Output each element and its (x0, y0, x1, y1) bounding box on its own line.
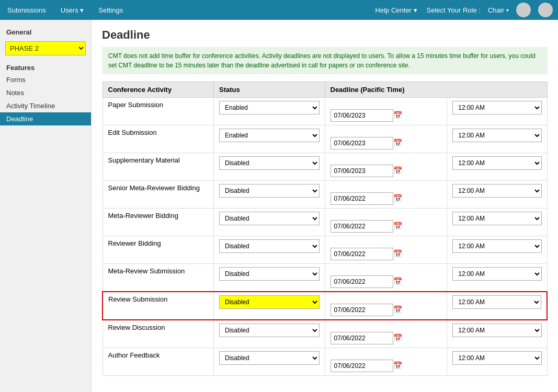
status-select[interactable]: EnabledDisabled (219, 101, 320, 114)
activity-cell: Author Feedback (103, 348, 214, 376)
calendar-icon[interactable]: 📅 (393, 269, 402, 285)
phase-selector[interactable]: PHASE 2 (5, 41, 86, 55)
date-input[interactable] (331, 360, 393, 372)
activity-name: Supplementary Material (108, 156, 180, 164)
status-cell: EnabledDisabled (214, 209, 325, 236)
calendar-icon[interactable]: 📅 (393, 186, 402, 202)
time-select[interactable]: 12:00 AM1:00 AM2:00 AM3:00 AM12:00 PM11:… (452, 351, 541, 365)
date-input[interactable] (331, 275, 393, 288)
status-cell: EnabledDisabled (214, 181, 325, 209)
sidebar-item-forms[interactable]: Forms (0, 73, 91, 86)
date-input[interactable] (331, 109, 393, 122)
time-select[interactable]: 12:00 AM1:00 AM2:00 AM3:00 AM12:00 PM11:… (452, 324, 541, 337)
calendar-icon[interactable]: 📅 (393, 241, 402, 258)
status-select[interactable]: EnabledDisabled (219, 184, 320, 198)
activity-cell: Meta-Reviewer Bidding (103, 209, 214, 236)
time-cell: 12:00 AM1:00 AM2:00 AM3:00 AM12:00 PM11:… (447, 209, 547, 236)
role-selector-button[interactable]: Chair ▾ (488, 6, 509, 14)
nav-help-center[interactable]: Help Center ▾ (373, 6, 419, 14)
date-cell: 📅 (325, 236, 447, 264)
status-select[interactable]: EnabledDisabled (219, 239, 320, 253)
chevron-down-icon: ▾ (506, 7, 509, 13)
status-select[interactable]: EnabledDisabled (219, 129, 320, 142)
nav-submissions[interactable]: Submissions (5, 6, 48, 14)
calendar-icon[interactable]: 📅 (393, 353, 402, 370)
status-cell: EnabledDisabled (214, 264, 325, 292)
calendar-icon[interactable]: 📅 (393, 102, 402, 119)
sidebar: General PHASE 2 Features Forms Notes Act… (0, 20, 92, 392)
calendar-icon[interactable]: 📅 (393, 213, 402, 230)
date-cell: 📅 (325, 98, 447, 125)
time-select[interactable]: 12:00 AM1:00 AM2:00 AM3:00 AM12:00 PM11:… (452, 295, 541, 309)
col-header-status: Status (214, 82, 325, 98)
activity-cell: Review Submission (103, 292, 214, 320)
date-cell: 📅 (325, 209, 447, 236)
avatar (516, 3, 531, 17)
date-input[interactable] (331, 304, 393, 316)
time-select[interactable]: 12:00 AM1:00 AM2:00 AM3:00 AM12:00 PM11:… (452, 267, 541, 281)
table-row: Author FeedbackEnabledDisabled📅12:00 AM1… (103, 348, 547, 376)
table-row: Paper SubmissionEnabledDisabled📅12:00 AM… (103, 98, 547, 125)
main-content: Deadline CMT does not add time buffer fo… (92, 20, 558, 392)
time-cell: 12:00 AM1:00 AM2:00 AM3:00 AM12:00 PM11:… (447, 236, 547, 264)
status-cell: EnabledDisabled (214, 236, 325, 264)
sidebar-section-title: General (0, 25, 91, 39)
time-cell: 12:00 AM1:00 AM2:00 AM3:00 AM12:00 PM11:… (447, 181, 547, 209)
status-select[interactable]: EnabledDisabled (219, 156, 320, 170)
status-cell: EnabledDisabled (214, 348, 325, 376)
status-select[interactable]: EnabledDisabled (219, 351, 320, 365)
status-select[interactable]: EnabledDisabled (219, 295, 320, 309)
activity-name: Edit Submission (108, 129, 157, 136)
date-cell: 📅 (325, 181, 447, 209)
activity-name: Senior Meta-Reviewer Bidding (108, 184, 200, 192)
time-select[interactable]: 12:00 AM1:00 AM2:00 AM3:00 AM12:00 PM11:… (452, 212, 541, 225)
table-row: Review SubmissionEnabledDisabled📅12:00 A… (103, 292, 547, 320)
time-select[interactable]: 12:00 AM1:00 AM2:00 AM3:00 AM12:00 PM11:… (452, 184, 541, 198)
status-select[interactable]: EnabledDisabled (219, 267, 320, 281)
calendar-icon[interactable]: 📅 (393, 325, 402, 342)
page-title: Deadline (102, 28, 548, 42)
time-select[interactable]: 12:00 AM1:00 AM2:00 AM3:00 AM12:00 PM11:… (452, 129, 541, 142)
date-input[interactable] (331, 165, 393, 177)
status-select[interactable]: EnabledDisabled (219, 324, 320, 337)
date-input[interactable] (331, 248, 393, 260)
time-select[interactable]: 12:00 AM1:00 AM2:00 AM3:00 AM12:00 PM11:… (452, 239, 541, 253)
calendar-icon[interactable]: 📅 (393, 158, 402, 175)
date-input[interactable] (331, 192, 393, 205)
calendar-icon[interactable]: 📅 (393, 130, 402, 147)
nav-left: Submissions Users ▾ Settings (5, 6, 373, 14)
sidebar-item-notes[interactable]: Notes (0, 86, 91, 99)
col-header-activity: Conference Activity (103, 82, 214, 98)
time-select[interactable]: 12:00 AM1:00 AM2:00 AM3:00 AM12:00 PM11:… (452, 101, 541, 114)
status-cell: EnabledDisabled (214, 98, 325, 125)
activity-name: Reviewer Bidding (108, 239, 161, 247)
status-select[interactable]: EnabledDisabled (219, 212, 320, 225)
nav-settings[interactable]: Settings (96, 6, 125, 14)
activity-cell: Meta-Review Submission (103, 264, 214, 292)
sidebar-item-deadline[interactable]: Deadline (0, 112, 91, 125)
date-input[interactable] (331, 220, 393, 233)
calendar-icon[interactable]: 📅 (393, 297, 402, 314)
page-layout: General PHASE 2 Features Forms Notes Act… (0, 20, 558, 392)
date-cell: 📅 (325, 153, 447, 181)
activity-name: Meta-Reviewer Bidding (108, 212, 178, 220)
date-input[interactable] (331, 137, 393, 149)
role-label: Select Your Role : (427, 6, 481, 14)
table-row: Senior Meta-Reviewer BiddingEnabledDisab… (103, 181, 547, 209)
time-cell: 12:00 AM1:00 AM2:00 AM3:00 AM12:00 PM11:… (447, 264, 547, 292)
activity-cell: Review Discussion (103, 320, 214, 348)
features-group-label: Features (0, 61, 91, 73)
status-cell: EnabledDisabled (214, 125, 325, 153)
time-cell: 12:00 AM1:00 AM2:00 AM3:00 AM12:00 PM11:… (447, 98, 547, 125)
activity-name: Review Submission (108, 295, 167, 303)
date-input[interactable] (331, 332, 393, 344)
table-row: Supplementary MaterialEnabledDisabled📅12… (103, 153, 547, 181)
date-cell: 📅 (325, 348, 447, 376)
time-select[interactable]: 12:00 AM1:00 AM2:00 AM3:00 AM12:00 PM11:… (452, 156, 541, 170)
sidebar-item-activity-timeline[interactable]: Activity Timeline (0, 99, 91, 112)
date-cell: 📅 (325, 320, 447, 348)
activity-cell: Paper Submission (103, 98, 214, 125)
nav-users[interactable]: Users ▾ (59, 6, 86, 14)
table-row: Meta-Review SubmissionEnabledDisabled📅12… (103, 264, 547, 292)
deadline-table: Conference Activity Status Deadline (Pac… (102, 82, 548, 376)
